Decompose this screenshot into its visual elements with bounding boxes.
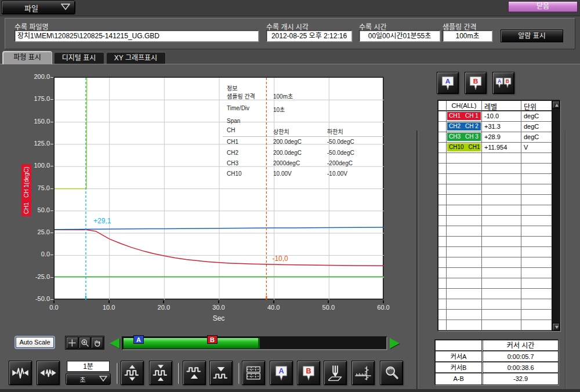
channel-table-scrollbar[interactable] <box>552 101 560 331</box>
y-tick-mark <box>50 99 53 100</box>
row-selector-cell[interactable] <box>438 257 447 268</box>
scroll-right-arrow[interactable] <box>390 338 400 349</box>
info-text: 상한치 <box>273 127 289 136</box>
channel-level <box>482 226 521 237</box>
zoom-in-tool-button[interactable] <box>79 337 91 349</box>
channel-chip[interactable]: CH10CH1 <box>447 143 481 151</box>
channel-name: CH 3 <box>465 133 478 140</box>
shift-down-button[interactable] <box>209 361 233 385</box>
axis-scale-button[interactable] <box>351 361 375 385</box>
x-axis-label: Sec <box>54 314 383 322</box>
field-value[interactable]: 장치1\MEM\120825\120825-141215_UG.GBD <box>14 30 259 42</box>
row-selector-cell[interactable] <box>438 132 447 143</box>
empty-channel-row <box>438 216 552 226</box>
info-text: 200.0degC <box>273 150 302 156</box>
cursor-a-icon: A <box>273 364 290 382</box>
info-text: 샘플링 간격 <box>227 92 255 100</box>
y-tick-label: 75.0 <box>23 184 50 191</box>
channel-level <box>482 257 521 268</box>
channel-cell <box>447 216 482 226</box>
channel-id: CH1 <box>449 112 461 119</box>
channel-level <box>482 195 521 205</box>
row-selector-cell[interactable] <box>438 268 447 278</box>
time-compress-button[interactable] <box>9 361 32 385</box>
empty-channel-row <box>438 237 552 247</box>
row-selector-cell[interactable] <box>438 237 447 247</box>
cursor-b-select-button[interactable]: B <box>465 72 487 94</box>
row-selector-cell[interactable] <box>438 226 447 237</box>
crosshair-tool-button[interactable] <box>66 337 78 349</box>
x-tick-label: 30.0 <box>205 304 232 311</box>
file-menu-button[interactable]: 파일 <box>1 1 75 14</box>
row-selector-cell[interactable] <box>438 278 447 289</box>
tab-3[interactable]: XY 그래프표시 <box>106 52 166 64</box>
close-button[interactable]: 닫음 <box>508 1 578 12</box>
info-text: -50.0degC <box>327 150 354 156</box>
x-tick-label: 40.0 <box>260 304 287 311</box>
channel-unit <box>521 299 552 310</box>
scrollbar-up-button[interactable] <box>552 101 560 108</box>
row-selector-cell[interactable] <box>438 299 447 310</box>
shift-up-button[interactable] <box>183 361 206 385</box>
scroll-left-arrow[interactable] <box>110 338 119 349</box>
cursor-b-button[interactable]: B <box>297 361 320 385</box>
time-scrollbar[interactable]: AB <box>122 336 387 350</box>
empty-channel-row <box>438 299 552 310</box>
tab-2[interactable]: 디지털 표시 <box>53 52 104 64</box>
row-selector-cell[interactable] <box>438 184 447 195</box>
scrollbar-cursor-b-marker[interactable]: B <box>207 335 217 344</box>
time-unit-dropdown[interactable]: 초 <box>66 373 111 385</box>
x-tick-label: 20.0 <box>150 304 177 311</box>
row-selector-cell[interactable] <box>438 247 447 257</box>
row-selector-cell[interactable] <box>438 195 447 205</box>
tab-1[interactable]: 파형 표시 <box>2 51 52 64</box>
scrollbar-filled-range[interactable] <box>124 338 260 349</box>
row-selector-cell[interactable] <box>438 153 447 164</box>
cursor-a-button[interactable]: A <box>270 361 293 385</box>
pan-hand-tool-button[interactable] <box>91 337 103 349</box>
info-text: CH1 <box>227 139 238 145</box>
scrollbar-down-button[interactable] <box>552 323 560 331</box>
row-selector-cell[interactable] <box>438 164 447 174</box>
field-value[interactable]: 2012-08-25 오후 2:12:16 <box>266 30 352 42</box>
row-selector-cell[interactable] <box>438 310 447 320</box>
grid-display-button[interactable] <box>242 361 265 385</box>
pen-marker-button[interactable] <box>324 361 347 385</box>
channel-chip[interactable]: CH1CH 1 <box>447 112 481 120</box>
zoom-button[interactable] <box>380 361 403 385</box>
auto-scale-button[interactable]: Auto Scale <box>16 337 54 348</box>
channel-level <box>482 289 521 299</box>
channel-cell <box>447 278 482 289</box>
field-value[interactable]: 00일00시간01분55초 <box>359 30 440 42</box>
info-text: 10.00V <box>273 170 292 177</box>
row-selector-cell[interactable] <box>438 143 447 153</box>
cursor-time-row: 커서A0:00:05.7 <box>436 351 558 362</box>
waveform-plot[interactable]: 정보샘플링 간격100m초Time/Div10초SpanCH상한치하한치CH12… <box>54 77 383 299</box>
row-selector-cell[interactable] <box>438 122 447 132</box>
cursor-a-select-button[interactable]: A <box>437 72 459 94</box>
row-selector-cell[interactable] <box>438 111 447 122</box>
row-selector-cell[interactable] <box>438 205 447 216</box>
row-selector-cell[interactable] <box>438 320 447 331</box>
channel-unit <box>521 257 552 268</box>
cursor-ab-select-button[interactable]: AB <box>492 72 514 94</box>
channel-chip[interactable]: CH3CH 3 <box>447 133 481 141</box>
row-selector-cell[interactable] <box>438 216 447 226</box>
scrollbar-cursor-a-marker[interactable]: A <box>133 335 144 344</box>
field-value[interactable]: 100m초 <box>443 30 492 42</box>
time-div-value-field[interactable]: 1분 <box>67 361 110 372</box>
header-channel: CH(ALL) <box>447 101 482 111</box>
amplitude-expand-button[interactable] <box>121 361 144 385</box>
channel-chip[interactable]: CH2CH 2 <box>447 122 481 130</box>
channel-cell <box>447 247 482 257</box>
alarm-display-button[interactable]: 알람 표시 <box>501 30 563 42</box>
amplitude-compress-button[interactable] <box>149 361 172 385</box>
y-tick-label: -50.0 <box>23 295 50 302</box>
channel-cell <box>447 174 482 184</box>
row-selector-cell[interactable] <box>438 174 447 184</box>
row-selector-cell[interactable] <box>438 289 447 299</box>
channel-table: CH(ALL)레벨단위CH1CH 1-10.0degCCH2CH 2+31.3d… <box>438 100 560 331</box>
y-tick-label: 150.0 <box>23 118 50 125</box>
info-text: -200degC <box>327 160 353 166</box>
time-expand-button[interactable] <box>37 361 60 385</box>
